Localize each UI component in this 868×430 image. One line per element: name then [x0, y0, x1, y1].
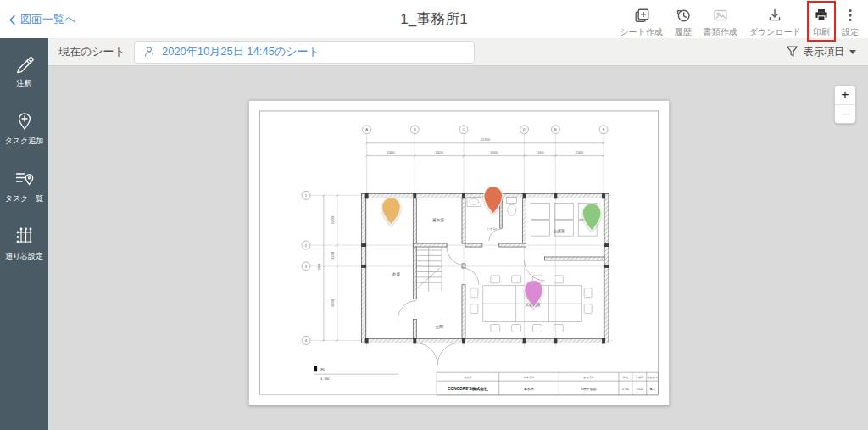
- annotation-label: 注釈: [17, 78, 32, 89]
- svg-text:縮尺: 縮尺: [622, 376, 629, 379]
- history-label: 履歴: [675, 26, 692, 38]
- doc-create-button[interactable]: 書類作成: [698, 1, 743, 42]
- sidebar: 注釈 タスク追加 タスク一覧: [0, 38, 48, 430]
- download-label: ダウンロード: [749, 26, 801, 38]
- grid-axis-icon: [13, 224, 36, 248]
- settings-label: 設定: [842, 26, 859, 38]
- svg-text:1200: 1200: [331, 251, 335, 260]
- svg-text:3000: 3000: [490, 150, 498, 154]
- zoom-out-button[interactable]: −: [835, 104, 855, 123]
- sheet-create-label: シート作成: [620, 26, 662, 38]
- svg-text:2400: 2400: [436, 150, 444, 154]
- page-title: 1_事務所1: [254, 9, 614, 29]
- svg-text:1 : 50: 1 : 50: [320, 377, 330, 381]
- svg-text:更衣室: 更衣室: [432, 218, 444, 222]
- task-add-label: タスク追加: [5, 136, 44, 147]
- svg-text:1:50: 1:50: [622, 387, 630, 391]
- grid-lines: [310, 135, 612, 348]
- display-items-label: 表示項目: [804, 45, 844, 59]
- svg-text:CONCORE'S株式会社: CONCORE'S株式会社: [448, 386, 488, 391]
- grid-settings-label: 通り芯設定: [5, 251, 43, 262]
- sidebar-item-annotation[interactable]: 注釈: [0, 48, 48, 92]
- svg-text:1階平面図: 1階平面図: [581, 387, 597, 391]
- doors-and-stairs: [398, 229, 544, 365]
- svg-text:工事名称: 工事名称: [524, 376, 536, 379]
- svg-text:1FL: 1FL: [319, 367, 326, 371]
- svg-text:A-1: A-1: [650, 387, 656, 391]
- person-icon: [143, 46, 155, 58]
- download-icon: [766, 7, 783, 24]
- sheet-selector[interactable]: 2020年10月25日 14:45のシート: [134, 41, 475, 64]
- svg-text:7200: 7200: [317, 264, 321, 272]
- zoom-in-button[interactable]: +: [835, 86, 855, 104]
- svg-text:3600: 3600: [331, 299, 335, 307]
- back-link-label: 図面一覧へ: [20, 12, 75, 27]
- room-labels: 更衣室 トイレ 会議室 倉庫 玄関 大会議室: [392, 218, 565, 328]
- sheet-bar: 現在のシート 2020年10月25日 14:45のシート 表示項目: [48, 38, 868, 66]
- svg-text:2400: 2400: [331, 215, 335, 224]
- title-block: 会社名 工事名称 図面名称 縮尺 作成日 図面番号 CONCORE'S株式会社 …: [437, 372, 659, 395]
- floor-plan: A B C D E F 1 2 3 4 11700 2: [249, 101, 669, 405]
- kebab-menu-icon: [842, 7, 859, 24]
- svg-text:事務所: 事務所: [524, 387, 534, 391]
- history-button[interactable]: 履歴: [669, 1, 698, 42]
- download-button[interactable]: ダウンロード: [743, 1, 807, 42]
- svg-text:会議室: 会議室: [553, 229, 565, 233]
- svg-text:作成日: 作成日: [636, 376, 644, 379]
- sheet-create-icon: [633, 7, 650, 24]
- sidebar-item-grid-settings[interactable]: 通り芯設定: [0, 221, 48, 265]
- chevron-down-icon: [849, 50, 856, 54]
- task-pin-green[interactable]: [582, 204, 601, 231]
- grid-bubbles: A B C D E F 1 2 3 4: [302, 126, 608, 345]
- svg-text:2400: 2400: [576, 150, 584, 154]
- filter-funnel-icon: [786, 45, 798, 59]
- drawing-canvas[interactable]: A B C D E F 1 2 3 4 11700 2: [48, 66, 868, 430]
- task-pin-orange[interactable]: [382, 198, 401, 225]
- app-window: 図面一覧へ 1_事務所1 シート作成: [0, 0, 868, 430]
- print-label: 印刷: [813, 26, 830, 38]
- svg-text:倉庫: 倉庫: [392, 272, 401, 277]
- pencil-icon: [13, 51, 36, 75]
- svg-text:11700: 11700: [481, 137, 491, 142]
- settings-button[interactable]: 設定: [836, 1, 865, 42]
- list-pin-icon: [13, 166, 36, 190]
- sidebar-item-task-list[interactable]: タスク一覧: [0, 164, 48, 207]
- svg-text:A: A: [365, 127, 368, 131]
- svg-text:図面名称: 図面名称: [583, 376, 595, 379]
- svg-text:B: B: [414, 127, 416, 131]
- drawing-sheet: A B C D E F 1 2 3 4 11700 2: [248, 100, 670, 405]
- current-sheet-name: 2020年10月25日 14:45のシート: [162, 44, 320, 59]
- dimensions: 11700 2400 2400 3000 1500 2400 2400 1200…: [317, 137, 605, 342]
- sheet-create-button[interactable]: シート作成: [614, 1, 668, 42]
- svg-text:図面番号: 図面番号: [647, 376, 659, 379]
- history-icon: [675, 7, 692, 24]
- task-list-label: タスク一覧: [5, 193, 44, 204]
- svg-text:C: C: [462, 127, 465, 131]
- print-icon: [813, 7, 830, 24]
- svg-text:E: E: [554, 127, 557, 131]
- svg-text:玄関: 玄関: [436, 325, 444, 329]
- toolbar: シート作成 履歴: [614, 1, 865, 42]
- svg-text:D: D: [523, 127, 526, 131]
- doc-create-label: 書類作成: [704, 26, 737, 38]
- zoom-control: + −: [834, 85, 856, 124]
- svg-text:2400: 2400: [387, 150, 395, 154]
- drawing-frame: [259, 111, 658, 394]
- scale-marker: 1FL 1 : 50: [314, 366, 398, 380]
- display-items-filter-button[interactable]: 表示項目: [786, 45, 856, 59]
- print-button[interactable]: 印刷: [807, 1, 836, 42]
- back-to-drawing-list-link[interactable]: 図面一覧へ: [8, 12, 75, 27]
- current-sheet-label: 現在のシート: [58, 44, 125, 59]
- doc-create-icon: [712, 7, 729, 24]
- svg-text:会社名: 会社名: [464, 376, 472, 379]
- chevron-left-icon: [8, 14, 16, 25]
- header: 図面一覧へ 1_事務所1 シート作成: [0, 0, 868, 38]
- sidebar-item-task-add[interactable]: タスク追加: [0, 106, 48, 149]
- svg-text:1500: 1500: [536, 150, 544, 154]
- fixtures: [467, 197, 597, 332]
- pin-plus-icon: [13, 109, 36, 132]
- svg-text:7/15: 7/15: [636, 387, 643, 391]
- svg-text:トイレ: トイレ: [486, 226, 498, 231]
